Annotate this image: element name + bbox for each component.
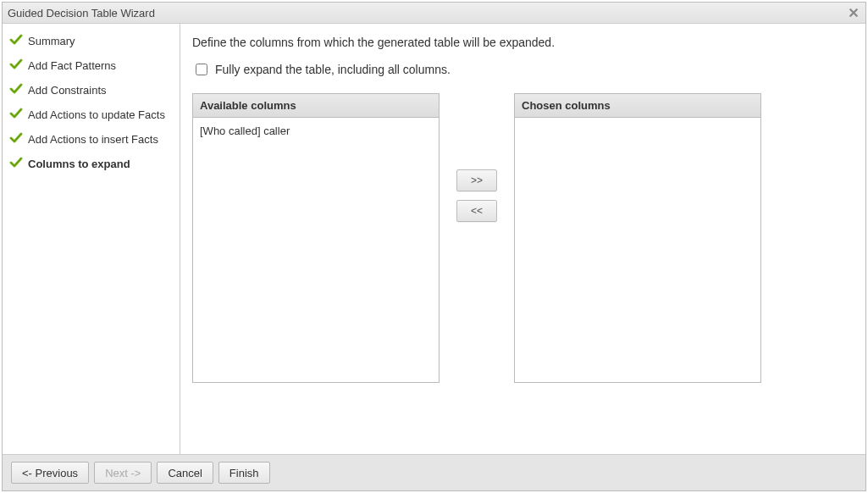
close-icon[interactable] bbox=[847, 6, 860, 19]
wizard-step[interactable]: Add Constraints bbox=[6, 78, 176, 102]
wizard-sidebar: SummaryAdd Fact PatternsAdd ConstraintsA… bbox=[3, 24, 180, 454]
check-icon bbox=[9, 131, 23, 147]
fully-expand-row[interactable]: Fully expand the table, including all co… bbox=[192, 61, 850, 78]
available-columns-list[interactable]: [Who called] caller bbox=[193, 118, 439, 382]
wizard-step[interactable]: Columns to expand bbox=[6, 152, 176, 176]
available-columns-panel: Available columns [Who called] caller bbox=[192, 93, 440, 383]
window-title: Guided Decision Table Wizard bbox=[8, 7, 155, 19]
fully-expand-label: Fully expand the table, including all co… bbox=[215, 63, 451, 76]
wizard-step-label: Add Fact Patterns bbox=[28, 59, 116, 72]
check-icon bbox=[9, 33, 23, 49]
finish-button[interactable]: Finish bbox=[218, 462, 270, 484]
available-columns-header: Available columns bbox=[193, 94, 439, 118]
fully-expand-checkbox[interactable] bbox=[196, 64, 207, 75]
transfer-buttons: >> << bbox=[456, 169, 497, 222]
body: SummaryAdd Fact PatternsAdd ConstraintsA… bbox=[3, 24, 865, 454]
wizard-step-label: Add Actions to insert Facts bbox=[28, 133, 158, 146]
previous-button[interactable]: <- Previous bbox=[11, 462, 89, 484]
wizard-step-label: Columns to expand bbox=[28, 158, 130, 170]
list-item[interactable]: [Who called] caller bbox=[200, 123, 432, 139]
wizard-step-label: Add Actions to update Facts bbox=[28, 108, 165, 121]
remove-column-button[interactable]: << bbox=[456, 200, 497, 222]
instruction-text: Define the columns from which the genera… bbox=[192, 36, 850, 49]
wizard-footer: <- Previous Next -> Cancel Finish bbox=[3, 454, 865, 490]
check-icon bbox=[9, 82, 23, 98]
chosen-columns-header: Chosen columns bbox=[515, 94, 760, 118]
wizard-step[interactable]: Add Actions to update Facts bbox=[6, 102, 176, 127]
check-icon bbox=[9, 58, 23, 74]
wizard-window: Guided Decision Table Wizard SummaryAdd … bbox=[2, 2, 866, 491]
wizard-step[interactable]: Add Fact Patterns bbox=[6, 53, 176, 78]
check-icon bbox=[9, 107, 23, 123]
wizard-step-label: Add Constraints bbox=[28, 84, 107, 97]
wizard-step-label: Summary bbox=[28, 35, 75, 47]
wizard-step[interactable]: Add Actions to insert Facts bbox=[6, 127, 176, 152]
wizard-step[interactable]: Summary bbox=[6, 29, 176, 53]
columns-row: Available columns [Who called] caller >>… bbox=[192, 93, 850, 383]
cancel-button[interactable]: Cancel bbox=[157, 462, 213, 484]
main-panel: Define the columns from which the genera… bbox=[180, 24, 865, 454]
next-button: Next -> bbox=[94, 462, 152, 484]
add-column-button[interactable]: >> bbox=[456, 169, 497, 191]
titlebar: Guided Decision Table Wizard bbox=[3, 3, 865, 24]
check-icon bbox=[9, 156, 23, 172]
chosen-columns-list[interactable] bbox=[515, 118, 760, 382]
chosen-columns-panel: Chosen columns bbox=[514, 93, 761, 383]
